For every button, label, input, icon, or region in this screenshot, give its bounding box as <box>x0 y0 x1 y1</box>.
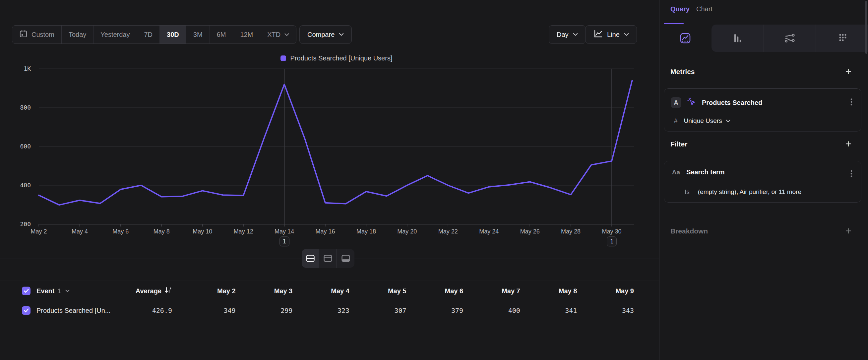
analytics-app: CustomTodayYesterday7D30D3M6M12MXTD Comp… <box>0 0 868 360</box>
table-column-divider <box>179 281 179 320</box>
filter-property-name: Search term <box>686 168 725 176</box>
svg-text:600: 600 <box>20 143 31 150</box>
annotation-badge[interactable]: 1 <box>279 237 289 246</box>
svg-text:May 20: May 20 <box>397 228 417 235</box>
row-checkbox[interactable] <box>22 306 31 315</box>
table-cell-value: 307 <box>349 307 406 314</box>
query-panel: Query Chart Metrics + A <box>659 0 868 360</box>
svg-text:May 16: May 16 <box>315 228 335 235</box>
table-date-header[interactable]: May 7 <box>463 287 520 295</box>
annotation-badge[interactable]: 1 <box>607 237 617 246</box>
svg-text:May 10: May 10 <box>193 228 212 235</box>
table-row-values: 349299323307379400341343 <box>179 307 659 314</box>
svg-text:200: 200 <box>20 221 31 227</box>
row-event-name: Products Searched [Un... <box>36 307 111 314</box>
results-table: Event 1 Average May 2May 3May 4May 5May … <box>0 281 659 320</box>
svg-text:May 24: May 24 <box>479 228 499 235</box>
svg-text:May 2: May 2 <box>31 228 47 235</box>
bottom-panel-view-button[interactable] <box>337 249 354 268</box>
event-column-label: Event <box>36 287 54 295</box>
active-tab-underline <box>664 23 684 24</box>
breakdown-section-title: Breakdown <box>671 227 708 235</box>
table-header-left: Event 1 Average <box>0 286 179 296</box>
chevron-down-icon <box>726 119 731 122</box>
metric-card[interactable]: A Products Searched # Unique Users <box>664 88 861 132</box>
svg-text:May 8: May 8 <box>154 228 170 235</box>
filter-card[interactable]: Aa Search term Is (empty string), Air pu… <box>664 161 861 202</box>
table-header-row: Event 1 Average May 2May 3May 4May 5May … <box>0 281 659 301</box>
table-cell-value: 341 <box>520 307 577 314</box>
main-area: CustomTodayYesterday7D30D3M6M12MXTD Comp… <box>0 0 659 360</box>
top-panel-view-button[interactable] <box>319 249 337 268</box>
filter-value[interactable]: (empty string), Air purifier, or 11 more <box>698 188 801 196</box>
metrics-section-title: Metrics <box>671 68 695 76</box>
add-breakdown-button[interactable]: + <box>845 226 851 236</box>
table-cell-value: 400 <box>463 307 520 314</box>
svg-text:May 26: May 26 <box>520 228 540 235</box>
sort-icon[interactable] <box>164 286 172 296</box>
event-cursor-icon <box>686 96 697 109</box>
metric-name: Products Searched <box>702 99 762 107</box>
svg-text:May 6: May 6 <box>113 228 129 235</box>
svg-text:May 28: May 28 <box>561 228 581 235</box>
dots-grid-view-tab[interactable] <box>816 25 868 52</box>
split-view-button[interactable] <box>302 249 319 268</box>
row-average-value: 426.9 <box>152 307 172 314</box>
svg-text:May 30: May 30 <box>602 228 621 235</box>
svg-text:May 18: May 18 <box>356 228 376 235</box>
svg-text:400: 400 <box>20 182 31 189</box>
layout-switcher <box>302 249 354 268</box>
table-date-header[interactable]: May 3 <box>236 287 293 295</box>
filter-section-title: Filter <box>671 140 687 148</box>
average-column-label: Average <box>135 287 161 295</box>
table-cell-value: 343 <box>577 307 634 314</box>
tab-chart[interactable]: Chart <box>696 5 713 13</box>
svg-text:May 12: May 12 <box>234 228 253 235</box>
bar-chart-view-tab[interactable] <box>712 25 764 52</box>
measure-label: Unique Users <box>684 117 722 124</box>
table-date-headers: May 2May 3May 4May 5May 6May 7May 8May 9 <box>179 287 659 295</box>
line-chart-view-tab[interactable] <box>659 25 712 52</box>
table-date-header[interactable]: May 8 <box>520 287 577 295</box>
tab-query[interactable]: Query <box>671 5 690 13</box>
table-date-header[interactable]: May 5 <box>349 287 406 295</box>
filter-operator[interactable]: Is <box>685 188 690 196</box>
number-type-icon: # <box>674 117 678 124</box>
chevron-down-icon[interactable] <box>65 289 70 293</box>
event-count: 1 <box>57 287 61 295</box>
svg-text:May 14: May 14 <box>275 228 294 235</box>
svg-text:1K: 1K <box>24 65 31 72</box>
table-cell-value: 379 <box>406 307 464 314</box>
svg-text:May 22: May 22 <box>438 228 458 235</box>
measure-dropdown[interactable]: Unique Users <box>684 117 731 124</box>
text-type-icon: Aa <box>671 169 681 176</box>
panel-scrollbar[interactable] <box>865 1 867 54</box>
add-metric-button[interactable]: + <box>845 66 851 77</box>
add-filter-button[interactable]: + <box>845 139 851 149</box>
table-date-header[interactable]: May 2 <box>179 287 236 295</box>
kebab-menu-icon[interactable] <box>847 169 856 180</box>
line-chart[interactable]: 2004006008001KMay 2May 4May 6May 8May 10… <box>0 0 659 256</box>
table-cell-value: 349 <box>179 307 236 314</box>
table-row[interactable]: Products Searched [Un... 426.9 349299323… <box>0 301 659 320</box>
view-type-tabs <box>659 25 868 52</box>
event-checkbox[interactable] <box>22 286 31 295</box>
table-date-header[interactable]: May 9 <box>577 287 634 295</box>
svg-text:800: 800 <box>20 104 31 111</box>
table-date-header[interactable]: May 6 <box>406 287 464 295</box>
kebab-menu-icon[interactable] <box>847 97 856 108</box>
table-row-left: Products Searched [Un... 426.9 <box>0 306 179 315</box>
svg-text:May 4: May 4 <box>72 228 88 235</box>
table-cell-value: 323 <box>292 307 349 314</box>
table-cell-value: 299 <box>236 307 293 314</box>
table-date-header[interactable]: May 4 <box>292 287 349 295</box>
flow-chart-view-tab[interactable] <box>764 25 816 52</box>
metric-letter-badge: A <box>671 97 681 108</box>
